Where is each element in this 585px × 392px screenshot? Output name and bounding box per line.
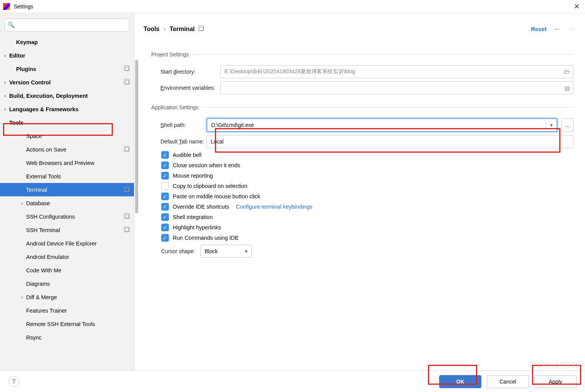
checkbox-label[interactable]: Paste on middle mouse button click	[173, 193, 260, 199]
chevron-icon: ›	[19, 201, 25, 206]
sidebar-item-label: Build, Execution, Deployment	[9, 93, 88, 99]
sidebar-item-label: Languages & Frameworks	[9, 106, 79, 112]
search-icon: 🔍	[8, 21, 15, 28]
checkbox-row: ✓Highlight hyperlinks	[161, 224, 573, 231]
sidebar: 🔍 Keymap›EditorPlugins›Version Control›B…	[0, 13, 134, 371]
sidebar-item-label: Plugins	[16, 66, 36, 72]
project-scope-icon	[124, 186, 129, 193]
checkbox-row: Copy to clipboard on selection	[161, 182, 573, 190]
sidebar-item-build-execution-deployment[interactable]: ›Build, Execution, Deployment	[0, 89, 134, 102]
start-directory-label: Start directory:	[151, 69, 220, 75]
sidebar-item-features-trainer[interactable]: Features Trainer	[0, 304, 134, 317]
search-input[interactable]	[5, 18, 129, 31]
checkbox[interactable]: ✓	[161, 151, 169, 159]
shell-path-field[interactable]: D:\Git\cmd\git.exe ▾	[207, 118, 557, 132]
ok-button[interactable]: OK	[439, 375, 481, 388]
chevron-down-icon[interactable]: ▾	[546, 122, 553, 128]
sidebar-item-android-emulator[interactable]: Android Emulator	[0, 250, 134, 264]
checkbox[interactable]: ✓	[161, 213, 169, 221]
reset-button[interactable]: Reset	[531, 26, 547, 32]
sidebar-item-diff-merge[interactable]: ›Diff & Merge	[0, 290, 134, 304]
checkbox[interactable]: ✓	[161, 172, 169, 180]
cursor-shape-value: Block	[205, 248, 218, 254]
env-vars-field[interactable]: ▤	[220, 81, 573, 94]
project-settings-legend: Project Settings	[151, 51, 192, 58]
forward-icon[interactable]: →	[568, 25, 576, 33]
sidebar-item-remote-ssh-external-tools[interactable]: Remote SSH External Tools	[0, 317, 134, 331]
project-settings-group: Project Settings Start directory: E:\Des…	[151, 51, 573, 97]
sidebar-item-code-with-me[interactable]: Code With Me	[0, 264, 134, 277]
shell-path-label: Shell path:	[151, 122, 207, 128]
checkbox[interactable]	[161, 182, 169, 190]
sidebar-item-space[interactable]: Space	[0, 129, 134, 143]
sidebar-item-rsync[interactable]: Rsync	[0, 331, 134, 344]
checkbox[interactable]: ✓	[161, 224, 169, 231]
shell-path-browse-button[interactable]: …	[561, 119, 573, 132]
sidebar-item-plugins[interactable]: Plugins	[0, 62, 134, 76]
apply-button[interactable]: Apply	[534, 375, 577, 388]
breadcrumb-tools[interactable]: Tools	[144, 26, 159, 32]
sidebar-item-languages-frameworks[interactable]: ›Languages & Frameworks	[0, 102, 134, 116]
shell-path-value: D:\Git\cmd\git.exe	[211, 122, 254, 128]
checkbox[interactable]: ✓	[161, 161, 169, 169]
sidebar-item-ssh-configurations[interactable]: SSH Configurations	[0, 210, 134, 223]
sidebar-item-actions-on-save[interactable]: Actions on Save	[0, 143, 134, 156]
sidebar-item-label: Features Trainer	[26, 308, 67, 314]
chevron-icon: ›	[2, 93, 8, 99]
checkbox[interactable]: ✓	[161, 234, 169, 242]
checkbox-label[interactable]: Audible bell	[173, 152, 202, 158]
back-icon[interactable]: ←	[554, 25, 561, 33]
start-directory-field[interactable]: E:\Desktop\杂科\202041903428夏彪博客系统实训\blog …	[220, 65, 573, 78]
sidebar-item-diagrams[interactable]: Diagrams	[0, 277, 134, 290]
sidebar-item-label: Android Emulator	[26, 254, 69, 260]
close-icon[interactable]: ✕	[572, 2, 582, 11]
sidebar-item-keymap[interactable]: Keymap	[0, 35, 134, 49]
checkbox-row: ✓Override IDE shortcutsConfigure termina…	[161, 203, 573, 211]
sidebar-item-label: SSH Configurations	[26, 214, 75, 220]
sidebar-item-tools[interactable]: ⌄Tools	[0, 116, 134, 129]
sidebar-item-database[interactable]: ›Database	[0, 196, 134, 210]
folder-icon[interactable]: 🗁	[564, 68, 570, 75]
help-button[interactable]: ?	[8, 376, 19, 387]
application-settings-group: Application Settings Shell path: D:\Git\…	[151, 104, 573, 261]
sidebar-item-web-browsers-and-preview[interactable]: Web Browsers and Preview	[0, 156, 134, 170]
project-scope-icon	[124, 213, 129, 220]
checkbox-label[interactable]: Copy to clipboard on selection	[173, 183, 247, 189]
sidebar-item-android-device-file-explorer[interactable]: Android Device File Explorer	[0, 237, 134, 250]
sidebar-item-version-control[interactable]: ›Version Control	[0, 76, 134, 89]
sidebar-item-ssh-terminal[interactable]: SSH Terminal	[0, 223, 134, 237]
footer: ? OK Cancel Apply	[0, 371, 585, 392]
title-bar: Settings ✕	[0, 0, 585, 13]
configure-keybindings-link[interactable]: Configure terminal keybindings	[236, 204, 312, 210]
sidebar-item-terminal[interactable]: Terminal	[0, 183, 134, 196]
cancel-button[interactable]: Cancel	[487, 375, 529, 388]
sidebar-item-external-tools[interactable]: External Tools	[0, 170, 134, 183]
cursor-shape-select[interactable]: Block ▾	[200, 245, 252, 258]
breadcrumb-terminal: Terminal	[170, 26, 195, 32]
cursor-shape-label: Cursor shape:	[152, 248, 198, 254]
application-settings-legend: Application Settings	[151, 104, 202, 110]
chevron-down-icon[interactable]: ▾	[245, 248, 248, 254]
breadcrumb-separator: ›	[164, 26, 165, 32]
sidebar-item-editor[interactable]: ›Editor	[0, 49, 134, 62]
checkbox[interactable]: ✓	[161, 203, 169, 211]
list-icon[interactable]: ▤	[564, 84, 570, 92]
sidebar-item-label: SSH Terminal	[26, 227, 60, 233]
chevron-icon: ›	[19, 295, 25, 300]
project-scope-icon	[124, 79, 129, 86]
checkbox[interactable]: ✓	[161, 193, 169, 200]
tab-name-field[interactable]: Local	[207, 135, 573, 148]
sidebar-item-label: Web Browsers and Preview	[26, 160, 94, 166]
checkbox-label[interactable]: Mouse reporting	[173, 173, 213, 179]
tab-name-value: Local	[211, 138, 223, 145]
start-directory-value: E:\Desktop\杂科\202041903428夏彪博客系统实训\blog	[225, 68, 355, 75]
sidebar-item-label: External Tools	[26, 173, 61, 180]
checkbox-label[interactable]: Run Commands using IDE	[173, 235, 239, 241]
checkbox-label[interactable]: Override IDE shortcuts	[173, 204, 229, 210]
checkbox-label[interactable]: Close session when it ends	[173, 162, 240, 168]
checkbox-label[interactable]: Shell integration	[173, 214, 213, 220]
sidebar-item-label: Terminal	[26, 187, 47, 193]
window-title: Settings	[14, 3, 33, 10]
checkbox-label[interactable]: Highlight hyperlinks	[173, 224, 221, 231]
app-icon	[3, 3, 10, 10]
